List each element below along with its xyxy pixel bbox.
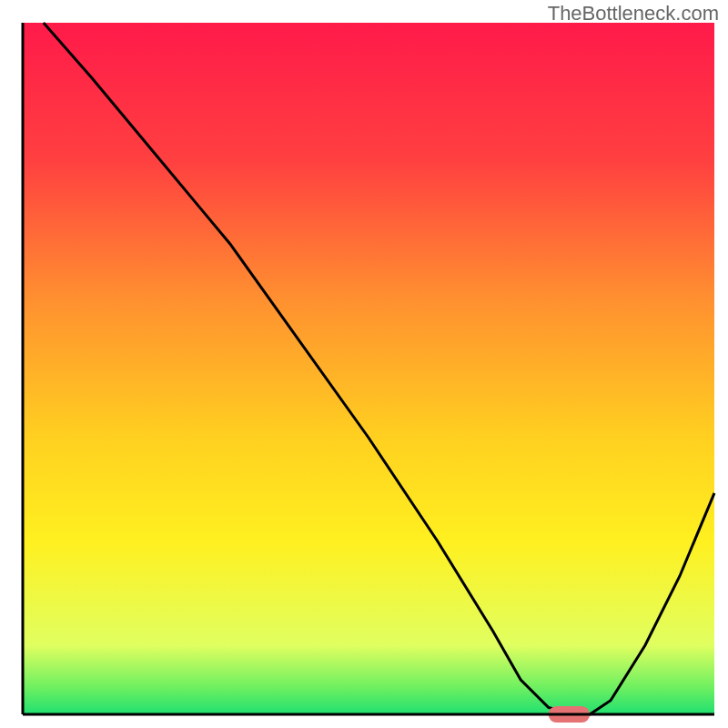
watermark-label: TheBottleneck.com — [548, 2, 719, 25]
bottleneck-chart — [0, 0, 728, 728]
chart-background — [23, 23, 714, 714]
